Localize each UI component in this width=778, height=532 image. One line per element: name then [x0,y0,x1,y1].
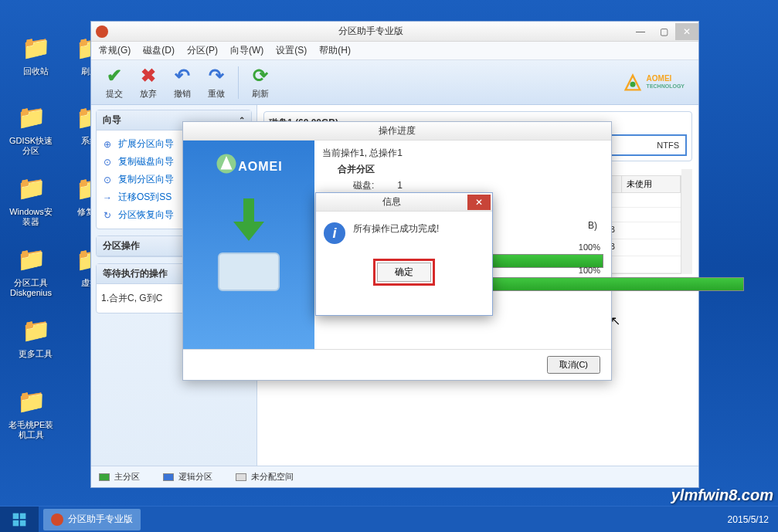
menu-item[interactable]: 帮助(H) [319,44,351,57]
pending-title: 等待执行的操作 [103,267,168,280]
logo-sub: TECHNOLOGY [647,83,685,90]
undo-icon: ↶ [172,65,193,86]
taskbar-app[interactable]: 分区助手专业版 [43,509,141,530]
desktop-icon-label: 分区工具Diskgenius [8,278,54,298]
desktop-icon-image: 📁 [15,385,47,417]
disk-image-icon [218,252,280,291]
menu-item[interactable]: 设置(S) [276,44,307,57]
op-count: 当前操作1, 总操作1 [322,147,603,160]
legend-logical: 逻辑分区 [178,471,212,483]
col-unused[interactable]: 未使用 [622,176,681,192]
wizard-title: 向导 [103,114,121,127]
arrow-down-icon [229,198,268,245]
legend-unalloc: 未分配空间 [251,471,294,483]
toolbar: ✔提交✖放弃↶撤销↷重做⟳刷新AOMEITECHNOLOGY [91,60,698,105]
svg-rect-4 [13,520,19,526]
info-title: 信息 [316,195,467,208]
progress-title[interactable]: 操作进度 [183,122,611,141]
desktop-icon[interactable]: 📁更多工具 [12,313,59,359]
taskbar-app-icon [51,513,63,526]
disk-num: 1 [397,180,403,191]
maximize-button[interactable]: ▢ [652,23,675,40]
toolbar-button[interactable]: ↷重做 [199,65,233,100]
info-dialog: 信息 ✕ i 所有操作已成功完成! 确定 [315,192,493,316]
menu-item[interactable]: 磁盘(D) [143,44,175,57]
toolbar-button[interactable]: ✖放弃 [131,65,165,100]
wizard-icon: ↻ [101,209,114,222]
menu-item[interactable]: 向导(W) [230,44,263,57]
disk-label: 磁盘: [353,180,374,191]
desktop-icon-label: 老毛桃PE装机工具 [8,420,54,440]
desktop-icon[interactable]: 📁老毛桃PE装机工具 [8,385,54,440]
toolbar-label: 提交 [97,88,131,100]
aomei-logo[interactable]: AOMEITECHNOLOGY [622,72,685,93]
wizard-icon: ⊕ [101,138,114,151]
desktop-icon[interactable]: 📁Windows安装器 [8,171,54,227]
wizard-icon: ⊙ [101,174,114,186]
logo-text: AOMEI [647,75,685,83]
desktop-icon-image: 📁 [15,100,47,133]
titlebar[interactable]: 分区助手专业版 — ▢ ✕ [91,22,698,42]
app-icon [96,25,108,38]
op-name: 合并分区 [322,163,603,176]
legend-primary: 主分区 [114,471,140,483]
x-icon: ✖ [138,65,159,86]
start-button[interactable] [0,507,39,533]
desktop-icon-image: 📁 [15,171,47,204]
taskbar: 分区助手专业版 2015/5/12 [0,506,778,532]
close-button[interactable]: ✕ [675,23,698,40]
desktop-icon-image: 📁 [15,242,47,275]
desktop-icon-label: Windows安装器 [8,207,54,227]
menu-item[interactable]: 常规(G) [99,44,131,57]
window-title: 分区助手专业版 [113,25,629,38]
ok-button[interactable]: 确定 [377,263,431,282]
cancel-button[interactable]: 取消(C) [547,356,600,374]
svg-rect-5 [20,520,26,526]
progress-brand-panel: AOMEI [183,141,314,349]
toolbar-button[interactable]: ↶撤销 [165,65,199,100]
wizard-label: 复制磁盘向导 [118,155,174,168]
progress-pct-1: 100% [579,242,600,252]
close-icon[interactable]: ✕ [467,195,491,210]
menu-item[interactable]: 分区(P) [187,44,218,57]
desktop-icon-image: 📁 [19,313,52,346]
info-titlebar[interactable]: 信息 ✕ [316,193,492,212]
taskbar-clock[interactable]: 2015/5/12 [728,514,778,525]
toolbar-label: 重做 [199,88,233,100]
scrollbar[interactable] [681,169,692,274]
toolbar-label: 撤销 [165,88,199,100]
desktop-icon-image: 📁 [19,31,52,63]
toolbar-button[interactable]: ✔提交 [97,65,131,100]
desktop-icon-label: 回收站 [12,66,59,76]
toolbar-label: 放弃 [131,88,165,100]
wizard-label: 复制分区向导 [118,173,174,186]
info-message: 所有操作已成功完成! [353,222,439,236]
minimize-button[interactable]: — [629,23,652,40]
aomei-logo-icon [215,152,238,175]
taskbar-app-label: 分区助手专业版 [68,513,133,526]
svg-rect-2 [13,513,19,519]
watermark: ylmfwin8.com [671,486,773,504]
svg-rect-3 [20,513,26,519]
desktop-icon[interactable]: 📁回收站 [12,31,59,76]
redo-icon: ↷ [206,65,227,86]
wizard-label: 分区恢复向导 [118,208,174,222]
fs-label: NTFS [657,141,679,150]
legend: 主分区 逻辑分区 未分配空间 [91,466,698,487]
menubar: 常规(G)磁盘(D)分区(P)向导(W)设置(S)帮助(H) [91,42,698,60]
desktop-icon-label: GDISK快速分区 [8,136,54,156]
toolbar-button[interactable]: ⟳刷新 [243,65,277,100]
wizard-icon: ⊙ [101,156,114,168]
desktop-icon[interactable]: 📁分区工具Diskgenius [8,242,54,298]
toolbar-label: 刷新 [243,88,277,100]
aomei-logo-icon [622,72,644,93]
wizard-icon: → [101,191,114,204]
swatch-unalloc [236,473,246,481]
wizard-label: 迁移OS到SS [118,191,172,204]
aomei-brand: AOMEI [238,160,282,174]
swatch-logical [163,473,174,481]
desktop-icon-label: 更多工具 [12,349,59,359]
desktop-icon[interactable]: 📁GDISK快速分区 [8,100,54,156]
swatch-primary [99,473,110,481]
refresh-icon: ⟳ [250,65,271,86]
